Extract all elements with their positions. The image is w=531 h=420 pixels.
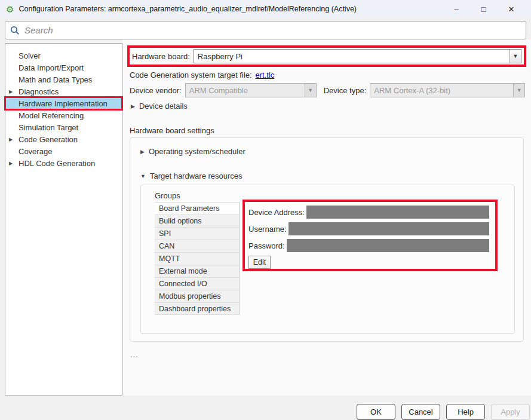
device-vendor-select[interactable]: ARM Compatible ▼ [185,83,317,97]
device-row: Device vendor: ARM Compatible ▼ Device t… [130,82,529,98]
groups-title: Groups [155,191,180,200]
board-parameters-fields: Device Address: Username: Password: Edit [243,200,498,271]
groups-list: Board Parameters Build options SPI CAN M… [155,202,240,315]
device-details-label: Device details [139,102,188,111]
device-address-input[interactable] [306,206,489,219]
device-type-value: ARM Cortex-A (32-bit) [370,86,513,95]
sidebar-item-solver[interactable]: Solver [5,50,122,62]
sidebar-item-model-referencing[interactable]: Model Referencing [5,109,122,121]
main-pane: Hardware board: Raspberry Pi ▼ Code Gene… [123,39,531,396]
search-bar [5,21,526,39]
groups-item-dashboard-properties[interactable]: Dashboard properties [155,302,239,315]
sidebar-item-label: Code Generation [19,135,78,144]
hardware-board-select[interactable]: Raspberry Pi ▼ [194,49,521,63]
sidebar-item-hardware-implementation[interactable]: Hardware Implementation [5,97,122,109]
help-button[interactable]: Help [446,404,485,420]
target-hardware-resources-toggle[interactable]: ▼ Target hardware resources [140,171,243,180]
groups-item-external-mode[interactable]: External mode [155,265,239,277]
expand-arrow-icon: ▶ [9,89,19,94]
category-tree: Solver Data Import/Export Math and Data … [5,43,122,396]
sidebar-item-coverage[interactable]: Coverage [5,145,122,157]
sidebar-item-code-generation[interactable]: ▶Code Generation [5,133,122,145]
groups-item-mqtt[interactable]: MQTT [155,252,239,265]
device-vendor-value: ARM Compatible [186,86,305,95]
sidebar-item-label: Data Import/Export [19,63,84,72]
username-label: Username: [248,225,287,234]
hardware-board-label: Hardware board: [132,52,190,61]
password-label: Password: [248,241,285,250]
close-icon[interactable]: ✕ [498,5,525,14]
username-input[interactable] [288,222,489,235]
dropdown-arrow-icon: ▼ [513,84,524,97]
groups-item-build-options[interactable]: Build options [155,214,239,227]
password-row: Password: [248,239,489,252]
operating-system-label: Operating system/scheduler [149,147,245,156]
maximize-icon[interactable]: □ [470,5,498,14]
target-file-row: Code Generation system target file: ert.… [130,70,274,79]
sidebar-item-label: Hardware Implementation [19,99,108,108]
groups-item-connected-io[interactable]: Connected I/O [155,277,239,290]
sidebar-item-label: Solver [19,51,41,60]
collapsed-arrow-icon: ▶ [131,103,135,109]
sidebar-item-diagnostics[interactable]: ▶Diagnostics [5,85,122,97]
device-details-toggle[interactable]: ▶ Device details [131,102,188,111]
hardware-board-row: Hardware board: Raspberry Pi ▼ [127,45,526,67]
sidebar-item-simulation-target[interactable]: Simulation Target [5,121,122,133]
sidebar-item-hdl-code-generation[interactable]: ▶HDL Code Generation [5,157,122,169]
groups-item-spi[interactable]: SPI [155,227,239,240]
edit-button[interactable]: Edit [248,256,271,269]
operating-system-toggle[interactable]: ▶ Operating system/scheduler [140,147,245,156]
minimize-icon[interactable]: – [443,5,470,14]
hardware-board-settings-panel: ▶ Operating system/scheduler ▼ Target ha… [130,137,524,342]
target-file-label: Code Generation system target file: [130,70,252,79]
device-type-select[interactable]: ARM Cortex-A (32-bit) ▼ [370,83,525,97]
sidebar-item-label: Model Referencing [19,111,84,120]
hardware-board-value: Raspberry Pi [194,52,509,61]
sidebar-item-data-import-export[interactable]: Data Import/Export [5,62,122,73]
ok-button[interactable]: OK [357,404,395,420]
sidebar-item-label: Diagnostics [19,87,59,96]
dropdown-arrow-icon: ▼ [305,84,316,97]
collapsed-arrow-icon: ▶ [140,149,145,155]
sidebar-item-label: HDL Code Generation [19,159,95,168]
dialog-footer: OK Cancel Help Apply [0,397,531,420]
window-title: Configuration Parameters: armcortexa_par… [19,5,443,13]
search-input[interactable] [24,25,521,35]
title-bar: ⚙ Configuration Parameters: armcortexa_p… [0,0,531,18]
password-input[interactable] [287,239,489,252]
more-indicator: ... [130,350,139,359]
window-controls: – □ ✕ [443,5,525,14]
dropdown-arrow-icon[interactable]: ▼ [509,50,521,63]
search-icon [10,26,20,35]
target-file-link[interactable]: ert.tlc [256,70,275,79]
device-vendor-label: Device vendor: [130,86,182,95]
sidebar-item-label: Coverage [19,147,52,156]
apply-button[interactable]: Apply [491,404,530,420]
sidebar-item-label: Simulation Target [19,123,78,132]
device-type-label: Device type: [324,86,367,95]
device-address-row: Device Address: [248,206,489,219]
cancel-button[interactable]: Cancel [401,404,440,420]
username-row: Username: [248,222,489,235]
expand-arrow-icon: ▶ [9,161,19,166]
sidebar-item-label: Math and Data Types [19,75,92,84]
target-hardware-resources-label: Target hardware resources [150,171,243,180]
groups-item-modbus-properties[interactable]: Modbus properties [155,290,239,302]
hardware-board-settings-title: Hardware board settings [130,126,214,135]
groups-item-can[interactable]: CAN [155,240,239,252]
expand-arrow-icon: ▶ [9,137,19,142]
groups-item-board-parameters[interactable]: Board Parameters [155,202,239,214]
sidebar-item-math-data-types[interactable]: Math and Data Types [5,73,122,85]
app-gear-icon: ⚙ [6,5,14,14]
device-address-label: Device Address: [248,208,305,217]
target-hardware-resources-panel: Groups Board Parameters Build options SP… [140,185,515,334]
expanded-arrow-icon: ▼ [140,173,146,179]
